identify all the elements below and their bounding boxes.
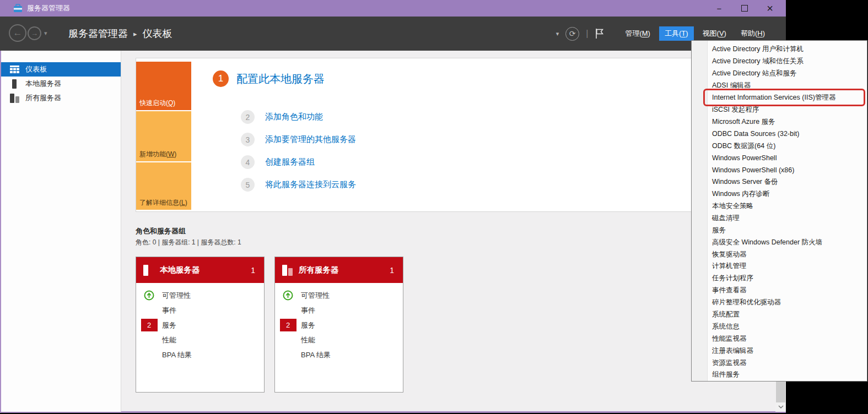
row-bpa-results[interactable]: BPA 结果	[136, 347, 264, 362]
tools-item-azure-services[interactable]: Microsoft Azure 服务	[692, 116, 867, 128]
maximize-button[interactable]	[732, 0, 757, 17]
titlebar: 服务器管理器 − ×	[0, 0, 786, 17]
server-manager-window: 服务器管理器 − × ← → ▾ 服务器管理器 ▸ 仪表板 ▾ ⟳ |	[0, 0, 786, 413]
row-label: 事件	[162, 306, 176, 315]
row-services[interactable]: 2 服务	[275, 318, 403, 333]
minimize-button[interactable]: −	[707, 0, 732, 17]
sidebar-item-label: 仪表板	[25, 64, 47, 74]
local-server-icon	[143, 264, 160, 276]
tools-item-resource-monitor[interactable]: 资源监视器	[692, 357, 867, 369]
tools-item-local-security-policy[interactable]: 本地安全策略	[692, 200, 867, 213]
row-label: 可管理性	[301, 291, 330, 301]
step-label: 将此服务器连接到云服务	[265, 179, 356, 190]
sidebar-item-all-servers[interactable]: 所有服务器	[1, 91, 121, 105]
chevron-down-icon: ▾	[44, 30, 47, 36]
learn-more-link[interactable]: 了解详细信息(L)	[136, 162, 191, 210]
tools-item-powershell-x86[interactable]: Windows PowerShell (x86)	[692, 164, 867, 176]
menu-view[interactable]: 视图(V)	[697, 26, 732, 41]
tools-item-odbc-64[interactable]: ODBC 数据源(64 位)	[692, 140, 867, 152]
tools-item-recovery-drive[interactable]: 恢复驱动器	[692, 248, 867, 260]
tools-item-odbc-32[interactable]: ODBC Data Sources (32-bit)	[692, 128, 867, 140]
manageability-ok-icon	[283, 290, 293, 301]
back-button[interactable]: ←	[9, 24, 26, 42]
whats-new-link[interactable]: 新增功能(W)	[136, 111, 191, 161]
row-services[interactable]: 2 服务	[136, 318, 264, 333]
breadcrumb-root[interactable]: 服务器管理器	[68, 27, 128, 40]
tools-item-component-services[interactable]: 组件服务	[692, 369, 867, 381]
tools-item-system-information[interactable]: 系统信息	[692, 320, 867, 333]
tools-item-powershell[interactable]: Windows PowerShell	[692, 152, 867, 164]
iis-highlight-annotation	[703, 89, 865, 106]
row-performance[interactable]: 性能	[275, 333, 403, 347]
step-configure-local-server[interactable]: 1 配置此本地服务器	[213, 70, 325, 87]
row-label: 服务	[162, 320, 176, 330]
tools-item-server-backup[interactable]: Windows Server 备份	[692, 176, 867, 188]
tools-item-memory-diagnostic[interactable]: Windows 内存诊断	[692, 188, 867, 200]
roles-section-title: 角色和服务器组	[136, 226, 186, 236]
sidebar-item-label: 所有服务器	[25, 93, 61, 103]
step-connect-cloud-services[interactable]: 5 将此服务器连接到云服务	[241, 178, 356, 192]
welcome-quick-links: 快速启动(Q) 新增功能(W) 了解详细信息(L)	[136, 62, 191, 211]
tools-item-defrag-optimize[interactable]: 碎片整理和优化驱动器	[692, 297, 867, 309]
row-events[interactable]: 事件	[136, 303, 264, 318]
tools-item-registry-editor[interactable]: 注册表编辑器	[692, 345, 867, 357]
manageability-ok-icon	[144, 290, 154, 301]
tools-item-ad-sites-services[interactable]: Active Directory 站点和服务	[692, 68, 867, 80]
row-performance[interactable]: 性能	[136, 333, 264, 347]
step-add-other-servers[interactable]: 3 添加要管理的其他服务器	[241, 133, 356, 146]
row-manageability[interactable]: 可管理性	[136, 288, 264, 303]
row-events[interactable]: 事件	[275, 303, 403, 318]
local-server-icon	[9, 79, 20, 89]
step-label: 添加要管理的其他服务器	[265, 134, 356, 145]
services-alert-badge: 2	[141, 319, 158, 331]
row-label: 事件	[301, 306, 315, 315]
tools-item-performance-monitor[interactable]: 性能监视器	[692, 333, 867, 345]
step-create-server-group[interactable]: 4 创建服务器组	[241, 155, 315, 169]
scrollbar-down-button[interactable]	[776, 402, 785, 411]
tools-item-task-scheduler[interactable]: 任务计划程序	[692, 273, 867, 285]
row-bpa-results[interactable]: BPA 结果	[275, 347, 403, 362]
back-icon: ←	[13, 28, 23, 39]
tile-count: 1	[251, 266, 255, 275]
step-label: 配置此本地服务器	[236, 72, 325, 86]
tile-all-servers-header[interactable]: 所有服务器 1	[275, 257, 403, 283]
sidebar-item-label: 本地服务器	[25, 79, 61, 89]
sidebar-item-local-server[interactable]: 本地服务器	[1, 77, 121, 91]
nav-history-dropdown[interactable]: ▾	[44, 30, 47, 37]
roles-section-summary: 角色: 0 | 服务器组: 1 | 服务器总数: 1	[136, 238, 241, 247]
tools-item-computer-management[interactable]: 计算机管理	[692, 260, 867, 273]
window-title: 服务器管理器	[27, 3, 70, 13]
step-number-badge: 5	[241, 178, 255, 192]
tools-item-ad-users-computers[interactable]: Active Directory 用户和计算机	[692, 43, 867, 56]
breadcrumb-current: 仪表板	[143, 27, 172, 40]
tools-item-system-configuration[interactable]: 系统配置	[692, 309, 867, 321]
tools-item-services[interactable]: 服务	[692, 224, 867, 236]
breadcrumb: 服务器管理器 ▸ 仪表板	[68, 17, 172, 51]
sidebar-item-dashboard[interactable]: 仪表板	[1, 62, 121, 77]
step-number-badge: 4	[241, 155, 255, 169]
tools-item-defender-firewall[interactable]: 高级安全 Windows Defender 防火墙	[692, 236, 867, 248]
tools-item-ad-domains-trusts[interactable]: Active Directory 域和信任关系	[692, 56, 867, 68]
close-button[interactable]: ×	[757, 0, 783, 17]
menu-help[interactable]: 帮助(H)	[735, 26, 770, 41]
server-manager-app-icon	[13, 4, 23, 13]
tools-item-disk-cleanup[interactable]: 磁盘清理	[692, 212, 867, 224]
services-alert-badge: 2	[280, 319, 296, 331]
row-label: 服务	[301, 320, 315, 330]
quick-start-link[interactable]: 快速启动(Q)	[136, 62, 191, 110]
notifications-flag-button[interactable]	[595, 28, 604, 39]
notifications-dropdown[interactable]: ▾	[556, 30, 559, 37]
tile-local-server-header[interactable]: 本地服务器 1	[136, 257, 264, 283]
row-manageability[interactable]: 可管理性	[275, 288, 403, 303]
step-add-roles-features[interactable]: 2 添加角色和功能	[241, 110, 323, 124]
refresh-button[interactable]: ⟳	[565, 27, 579, 41]
forward-button[interactable]: →	[28, 26, 41, 40]
row-label: BPA 结果	[301, 350, 331, 360]
tools-item-event-viewer[interactable]: 事件查看器	[692, 285, 867, 297]
row-label: 可管理性	[162, 291, 191, 301]
row-label: BPA 结果	[162, 350, 192, 360]
menu-tools[interactable]: 工具(T)	[659, 26, 694, 41]
menu-manage[interactable]: 管理(M)	[619, 26, 656, 41]
all-servers-icon	[282, 264, 299, 276]
all-servers-icon	[9, 94, 20, 103]
